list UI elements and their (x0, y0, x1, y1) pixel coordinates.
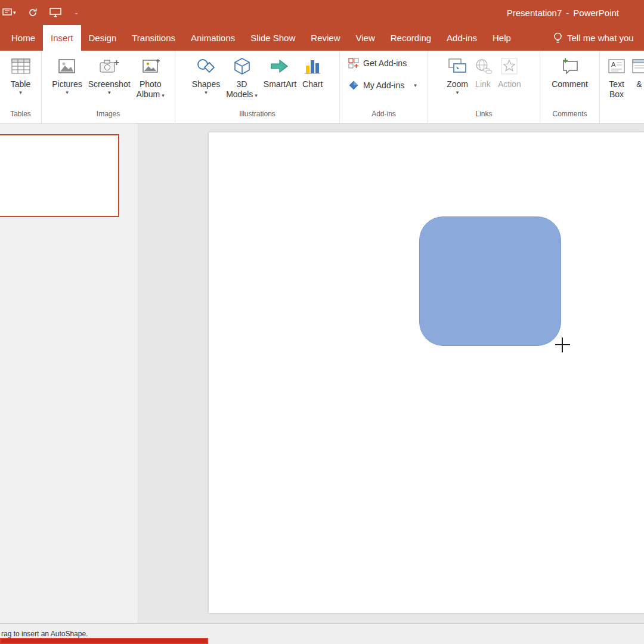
my-add-ins-icon (348, 80, 359, 91)
table-icon (11, 55, 31, 77)
comment-button[interactable]: Comment (549, 54, 591, 91)
ribbon-group-add-ins: Get Add-ins My Add-ins ▾ Add-ins (340, 51, 428, 123)
powerpoint-window: ▾ ⌄ Presentation7 - PowerPoint Home Inse… (0, 0, 644, 644)
table-label: Table (11, 79, 30, 89)
photo-album-icon (141, 55, 160, 77)
tab-insert[interactable]: Insert (43, 25, 81, 51)
chevron-down-icon: ▾ (255, 92, 258, 98)
3d-models-button[interactable]: 3D Models▾ (223, 54, 261, 102)
slide-thumbnail-1[interactable] (0, 134, 119, 217)
ribbon-group-text: A Text Box & (600, 51, 644, 123)
chevron-down-icon: ▾ (19, 89, 22, 96)
pictures-label: Pictures (52, 79, 82, 89)
group-label-add-ins: Add-ins (340, 110, 428, 123)
group-label-links: Links (428, 110, 540, 123)
ribbon-group-images: Pictures ▾ Screenshot ▾ Photo Album▾ (42, 51, 175, 123)
action-button: Action (495, 54, 524, 91)
ribbon-tab-bar: Home Insert Design Transitions Animation… (0, 25, 644, 51)
pictures-button[interactable]: Pictures ▾ (49, 54, 85, 97)
zoom-button[interactable]: Zoom ▾ (444, 54, 471, 97)
3d-models-icon (233, 55, 252, 77)
3d-models-label-line2: Models▾ (226, 89, 258, 101)
3d-models-label-line1: 3D (237, 79, 247, 89)
tab-slide-show[interactable]: Slide Show (243, 25, 303, 51)
text-box-icon: A (608, 55, 626, 77)
tell-me-label: Tell me what you (567, 33, 634, 43)
chart-button[interactable]: Chart (299, 54, 326, 91)
photo-album-label-line1: Photo (140, 79, 162, 89)
ribbon-group-comments: Comment Comments (540, 51, 600, 123)
ribbon-group-illustrations: Shapes ▾ 3D Models▾ SmartArt (175, 51, 340, 123)
group-label-illustrations: Illustrations (175, 110, 339, 123)
header-footer-button-partial[interactable]: & (628, 54, 644, 91)
customize-qat-icon[interactable]: ⌄ (75, 10, 79, 16)
chevron-down-icon: ▾ (162, 92, 165, 98)
svg-text:A: A (611, 61, 616, 68)
redo-repeat-icon[interactable] (28, 8, 38, 17)
link-button: Link (471, 54, 495, 91)
screenshot-button[interactable]: Screenshot ▾ (85, 54, 134, 97)
get-add-ins-icon (348, 58, 359, 69)
get-add-ins-label: Get Add-ins (363, 58, 407, 68)
group-label-images: Images (42, 110, 175, 123)
photo-album-button[interactable]: Photo Album▾ (134, 54, 168, 102)
header-footer-icon (631, 55, 644, 77)
tell-me-search[interactable]: Tell me what you (553, 25, 644, 51)
shapes-button[interactable]: Shapes ▾ (189, 54, 223, 97)
smartart-button[interactable]: SmartArt (261, 54, 299, 91)
table-button[interactable]: Table ▾ (8, 54, 34, 97)
group-label-comments: Comments (540, 110, 599, 123)
ribbon-group-tables: Table ▾ Tables (0, 51, 42, 123)
chevron-down-icon: ▾ (456, 89, 459, 96)
link-label: Link (475, 79, 491, 89)
chevron-down-icon: ▾ (13, 10, 16, 16)
smartart-icon (270, 55, 290, 77)
chart-icon (304, 55, 321, 77)
document-title: Presentation7 (507, 8, 562, 18)
title-dash: - (566, 8, 569, 18)
window-title: Presentation7 - PowerPoint (507, 0, 619, 25)
my-add-ins-button[interactable]: My Add-ins ▾ (348, 80, 417, 91)
zoom-label: Zoom (447, 79, 468, 89)
shapes-label: Shapes (192, 79, 220, 89)
chevron-down-icon: ▾ (108, 89, 111, 96)
presentation-screen-icon[interactable]: ▾ (2, 8, 16, 17)
inserted-rounded-rectangle-shape[interactable] (419, 216, 561, 346)
chevron-down-icon: ▾ (414, 82, 417, 88)
tab-animations[interactable]: Animations (183, 25, 243, 51)
comment-label: Comment (552, 79, 588, 89)
screenshot-icon (99, 55, 119, 77)
text-box-button[interactable]: A Text Box (605, 54, 628, 101)
shapes-icon (196, 55, 216, 77)
recording-indicator-bar (0, 638, 208, 644)
text-box-label-line2: Box (609, 89, 624, 100)
tab-add-ins[interactable]: Add-ins (439, 25, 485, 51)
tab-review[interactable]: Review (303, 25, 348, 51)
pictures-icon (57, 55, 76, 77)
quick-access-toolbar: ▾ ⌄ (0, 8, 79, 17)
screenshot-label: Screenshot (88, 79, 131, 89)
chevron-down-icon: ▾ (66, 89, 69, 96)
status-message: rag to insert an AutoShape. (1, 630, 88, 638)
slide-thumbnail-pane (0, 123, 138, 623)
new-comment-icon (561, 55, 580, 77)
start-slideshow-icon[interactable] (49, 8, 61, 17)
action-icon (500, 55, 518, 77)
ribbon-insert: Table ▾ Tables Pictures ▾ (0, 51, 644, 123)
link-icon (474, 55, 492, 77)
tab-help[interactable]: Help (485, 25, 519, 51)
get-add-ins-button[interactable]: Get Add-ins (348, 58, 407, 69)
slide-canvas[interactable] (209, 132, 644, 613)
zoom-icon (447, 55, 467, 77)
tab-transitions[interactable]: Transitions (124, 25, 183, 51)
action-label: Action (498, 79, 521, 89)
lightbulb-icon (553, 32, 562, 45)
ribbon-group-links: Zoom ▾ Link Action Links (428, 51, 540, 123)
app-name: PowerPoint (573, 8, 619, 18)
tab-recording[interactable]: Recording (383, 25, 439, 51)
tab-design[interactable]: Design (81, 25, 125, 51)
tab-view[interactable]: View (348, 25, 382, 51)
smartart-label: SmartArt (264, 79, 296, 89)
tab-home[interactable]: Home (4, 25, 43, 51)
text-box-label-line1: Text (609, 79, 624, 89)
